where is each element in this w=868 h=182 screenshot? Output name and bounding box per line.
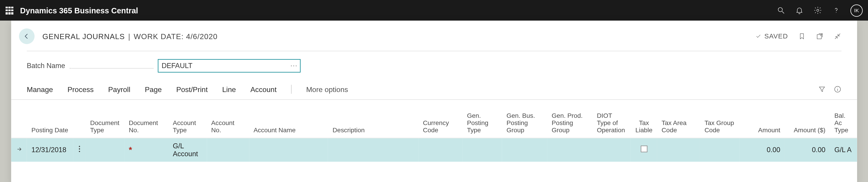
command-bar: Manage Process Payroll Page Post/Print L… <box>11 80 857 100</box>
col-gen-posting-type[interactable]: Gen. Posting Type <box>463 110 502 138</box>
svg-point-8 <box>79 146 80 147</box>
saved-label: Saved <box>765 32 788 40</box>
app-topbar: Dynamics 365 Business Central IK <box>0 0 868 21</box>
product-title: Dynamics 365 Business Central <box>20 6 138 15</box>
cell-account-type[interactable]: G/L Account <box>168 138 207 162</box>
workdate-value: 4/6/2020 <box>186 32 218 40</box>
col-posting-date[interactable]: Posting Date <box>27 110 73 138</box>
col-gen-bus-posting-group[interactable]: Gen. Bus. Posting Group <box>502 110 547 138</box>
cell-document-type[interactable] <box>86 138 124 162</box>
col-gen-prod-posting-group[interactable]: Gen. Prod. Posting Group <box>547 110 592 138</box>
svg-point-7 <box>837 88 838 88</box>
col-amount[interactable]: Amount <box>740 110 785 138</box>
command-divider <box>291 85 291 94</box>
page-header-left: General Journals | Work Date: 4/6/2020 <box>19 29 218 44</box>
col-description[interactable]: Description <box>328 110 418 138</box>
col-row-menu <box>73 110 86 138</box>
topbar-left: Dynamics 365 Business Central <box>6 6 138 15</box>
svg-point-2 <box>817 9 819 11</box>
notification-bell-icon[interactable] <box>795 6 804 14</box>
svg-point-0 <box>778 7 782 12</box>
command-bar-right <box>818 85 842 93</box>
cell-account-no[interactable] <box>207 138 249 162</box>
batch-name-row: Batch Name ··· <box>11 51 857 80</box>
cell-amount[interactable]: 0.00 <box>740 138 785 162</box>
kebab-icon <box>79 146 80 152</box>
cell-gen-posting-type[interactable] <box>463 138 502 162</box>
col-document-no[interactable]: Document No. <box>124 110 168 138</box>
col-tax-liable[interactable]: Tax Liable <box>631 110 657 138</box>
cell-account-name[interactable] <box>249 138 328 162</box>
svg-point-10 <box>79 151 80 152</box>
batch-lookup-button[interactable]: ··· <box>290 61 298 69</box>
cell-diot-type[interactable] <box>592 138 631 162</box>
col-row-indicator <box>11 110 27 138</box>
arrow-left-icon <box>23 32 31 40</box>
check-icon <box>755 33 762 39</box>
app-launcher-icon[interactable] <box>6 6 13 14</box>
cell-document-no[interactable]: * <box>124 138 168 162</box>
cell-gen-bus-posting-group[interactable] <box>502 138 547 162</box>
cmd-account[interactable]: Account <box>250 85 277 93</box>
breadcrumb: General Journals | Work Date: 4/6/2020 <box>42 32 217 40</box>
grid-header-row: Posting Date Document Type Document No. … <box>11 110 857 138</box>
settings-gear-icon[interactable] <box>813 6 822 14</box>
svg-point-9 <box>79 148 80 149</box>
batch-name-input[interactable] <box>158 59 301 72</box>
filter-icon[interactable] <box>818 85 826 93</box>
required-asterisk-icon: * <box>129 145 132 154</box>
workdate-label-text: Work Date: <box>134 32 184 40</box>
col-account-no[interactable]: Account No. <box>207 110 249 138</box>
col-tax-area-code[interactable]: Tax Area Code <box>657 110 700 138</box>
tax-liable-checkbox[interactable] <box>641 146 647 152</box>
breadcrumb-sep: | <box>128 32 130 40</box>
cell-tax-group-code[interactable] <box>700 138 740 162</box>
col-account-type[interactable]: Account Type <box>168 110 207 138</box>
table-row[interactable]: 12/31/2018 * G/L Account <box>11 138 857 162</box>
collapse-icon[interactable] <box>834 32 842 40</box>
command-bar-left: Manage Process Payroll Page Post/Print L… <box>27 85 348 94</box>
saved-indicator: Saved <box>755 32 788 40</box>
popout-icon[interactable] <box>816 32 824 40</box>
col-diot-type[interactable]: DIOT Type of Operation <box>592 110 631 138</box>
page-header-right: Saved <box>755 32 842 40</box>
svg-point-3 <box>836 12 836 13</box>
topbar-right: IK <box>777 4 863 17</box>
col-account-name[interactable]: Account Name <box>249 110 328 138</box>
search-icon[interactable] <box>777 6 785 14</box>
breadcrumb-main: General Journals <box>42 32 125 40</box>
col-document-type[interactable]: Document Type <box>86 110 124 138</box>
workdate-label: Work Date: 4/6/2020 <box>134 32 218 40</box>
row-actions-button[interactable] <box>73 138 86 162</box>
cell-tax-liable[interactable] <box>631 138 657 162</box>
col-tax-group-code[interactable]: Tax Group Code <box>700 110 740 138</box>
batch-dots <box>70 68 153 68</box>
page-card: General Journals | Work Date: 4/6/2020 S… <box>11 21 857 182</box>
cmd-line[interactable]: Line <box>222 85 236 93</box>
help-icon[interactable] <box>832 6 840 14</box>
col-bal-account-type[interactable]: Bal. Ac Type <box>830 110 857 138</box>
cell-posting-date[interactable]: 12/31/2018 <box>27 138 73 162</box>
cmd-more-options[interactable]: More options <box>306 85 348 93</box>
batch-name-label: Batch Name <box>27 62 65 70</box>
cmd-page[interactable]: Page <box>145 85 162 93</box>
col-amount-usd[interactable]: Amount ($) <box>785 110 830 138</box>
bookmark-icon[interactable] <box>798 32 806 40</box>
user-avatar[interactable]: IK <box>850 4 863 17</box>
col-currency-code[interactable]: Currency Code <box>418 110 463 138</box>
back-button[interactable] <box>19 29 35 44</box>
row-current-indicator <box>11 138 27 162</box>
info-icon[interactable] <box>834 85 842 93</box>
arrow-right-icon <box>16 146 22 152</box>
cmd-manage[interactable]: Manage <box>27 85 53 93</box>
cell-bal-account-type[interactable]: G/L A <box>830 138 857 162</box>
page-shell: General Journals | Work Date: 4/6/2020 S… <box>0 21 868 182</box>
cmd-payroll[interactable]: Payroll <box>108 85 130 93</box>
cmd-postprint[interactable]: Post/Print <box>176 85 208 93</box>
cell-currency-code[interactable] <box>418 138 463 162</box>
cell-tax-area-code[interactable] <box>657 138 700 162</box>
cell-amount-usd[interactable]: 0.00 <box>785 138 830 162</box>
cell-description[interactable] <box>328 138 418 162</box>
cmd-process[interactable]: Process <box>67 85 94 93</box>
cell-gen-prod-posting-group[interactable] <box>547 138 592 162</box>
